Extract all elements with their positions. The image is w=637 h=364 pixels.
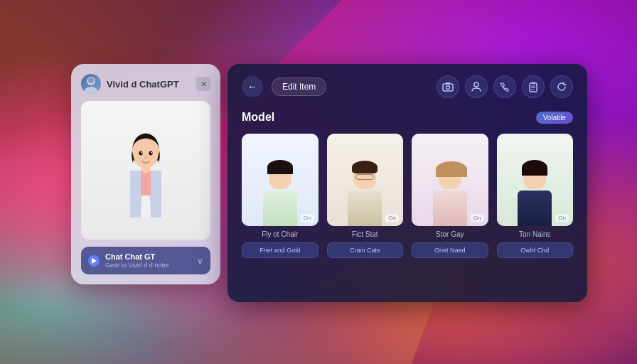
svg-point-1 <box>84 87 98 94</box>
play-triangle <box>92 258 97 264</box>
model-name-0: Fly ot Chair <box>242 230 318 238</box>
model-action-button-3[interactable]: Owht Chd <box>497 242 574 258</box>
model-action-button-1[interactable]: Crain Cats <box>327 242 404 258</box>
model-name-2: Stor Gay <box>412 230 488 238</box>
model-body-0 <box>263 191 297 226</box>
avatar <box>81 74 101 94</box>
model-person-1 <box>348 164 382 226</box>
card-title: Vivid d ChatGPT <box>107 79 191 90</box>
top-nav: ← Edit Item <box>242 75 573 98</box>
model-body-2 <box>433 191 467 226</box>
model-status-2: On <box>471 214 484 222</box>
model-card: On Stor Gay Oriet Naed <box>412 134 488 258</box>
person-preview <box>81 101 210 240</box>
phone-icon-button[interactable] <box>493 75 516 98</box>
svg-point-12 <box>446 86 450 90</box>
svg-rect-11 <box>443 84 453 91</box>
model-image-3: On <box>497 134 574 226</box>
chevron-down-icon: ∨ <box>197 256 203 266</box>
main-panel: ← Edit Item <box>228 64 587 302</box>
svg-point-8 <box>141 151 142 153</box>
camera-icon-button[interactable] <box>437 75 459 98</box>
model-person-2 <box>433 164 467 226</box>
glasses-icon <box>355 174 374 180</box>
close-button[interactable]: ✕ <box>196 77 210 91</box>
model-card: On Fict Stat Crain Cats <box>327 134 404 258</box>
card-bottom-text: Chat Chat GT Gear to Vivid d d noter <box>105 252 191 269</box>
svg-point-6 <box>139 151 142 155</box>
model-body-3 <box>518 191 552 226</box>
model-image-0: On <box>242 134 318 226</box>
model-card: On Ton Nains Owht Chd <box>497 134 574 258</box>
card-bottom[interactable]: Chat Chat GT Gear to Vivid d d noter ∨ <box>81 247 210 274</box>
svg-point-2 <box>88 77 94 83</box>
model-action-button-2[interactable]: Oriet Naed <box>412 242 488 258</box>
svg-point-13 <box>474 82 478 87</box>
model-person-0 <box>263 164 297 226</box>
clipboard-icon-button[interactable] <box>522 75 545 98</box>
model-figure-2: On <box>412 134 488 226</box>
model-head-2 <box>439 164 461 189</box>
section-title: Model <box>242 111 274 124</box>
model-name-1: Fict Stat <box>327 230 404 238</box>
svg-point-5 <box>132 138 160 168</box>
person-icon-button[interactable] <box>465 75 488 98</box>
edit-button[interactable]: Edit Item <box>272 77 326 96</box>
nav-icons <box>437 75 573 98</box>
card-bottom-subtitle: Gear to Vivid d d noter <box>105 262 191 269</box>
person-illustration <box>110 121 181 220</box>
model-head-1 <box>353 164 376 189</box>
svg-point-9 <box>151 151 152 153</box>
svg-point-7 <box>149 151 152 155</box>
model-card: On Fly ot Chair Friet and Gold <box>242 134 318 258</box>
play-icon <box>88 255 100 267</box>
model-action-button-0[interactable]: Friet and Gold <box>242 242 318 258</box>
card-bottom-title: Chat Chat GT <box>105 252 191 261</box>
model-head-0 <box>269 164 291 189</box>
svg-point-10 <box>144 156 147 159</box>
person-bg <box>81 101 210 240</box>
model-figure-0: On <box>242 134 318 226</box>
refresh-icon-button[interactable] <box>550 75 573 98</box>
model-image-2: On <box>412 134 488 226</box>
model-status-0: On <box>301 214 314 222</box>
volatile-badge: Volatile <box>536 112 573 124</box>
model-body-1 <box>348 191 382 226</box>
left-card: Vivid d ChatGPT ✕ <box>71 64 220 284</box>
model-status-1: On <box>385 214 399 222</box>
card-header: Vivid d ChatGPT ✕ <box>81 74 210 94</box>
back-button[interactable]: ← <box>242 76 263 97</box>
models-grid: On Fly ot Chair Friet and Gold On Fict S… <box>242 134 573 258</box>
model-person-3 <box>518 164 552 226</box>
model-head-3 <box>523 164 546 189</box>
model-figure-3: On <box>497 134 574 226</box>
model-status-3: On <box>555 214 569 222</box>
model-name-3: Ton Nains <box>497 230 574 238</box>
model-image-1: On <box>327 134 404 226</box>
section-header: Model Volatile <box>242 111 573 124</box>
model-figure-1: On <box>327 134 404 226</box>
